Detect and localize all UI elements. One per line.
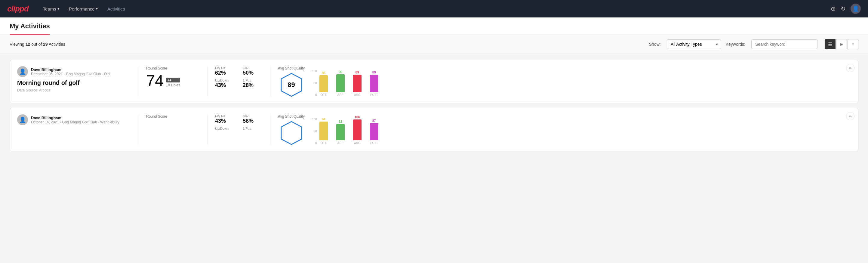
avatar: 👤 xyxy=(17,114,28,125)
user-name: Dave Billingham xyxy=(31,67,110,72)
score-meta: +4 18 Holes xyxy=(166,78,180,88)
bar-col: 106 ARG xyxy=(353,115,362,145)
stat-item: FW Hit 62% xyxy=(215,66,236,76)
hexagon-wrap: 89 xyxy=(278,73,305,97)
y-axis: 100500 xyxy=(312,69,317,96)
score-badge: +4 xyxy=(166,78,180,83)
card-left: 👤 Dave Billingham October 16, 2021 - Gog… xyxy=(17,114,131,145)
bar-col: 94 OTT xyxy=(319,117,328,145)
avatar-icon: 👤 xyxy=(19,68,26,75)
compact-view-button[interactable]: ≡ xyxy=(847,39,858,49)
stat-item: GIR 56% xyxy=(243,114,263,124)
stat-label: 1 Putt xyxy=(243,127,263,130)
quality-left: Avg Shot Quality xyxy=(278,114,305,145)
stat-item: FW Hit 43% xyxy=(215,114,236,124)
bar-value-label: 85 xyxy=(322,71,326,75)
bar xyxy=(370,123,378,140)
bar-value-label: 89 xyxy=(355,70,359,74)
stat-label: Up/Down xyxy=(215,79,236,82)
bar xyxy=(319,122,328,140)
score-section: Round Score xyxy=(146,114,200,145)
bar xyxy=(370,75,378,92)
quality-section: Avg Shot Quality 89 100500 85 xyxy=(278,66,851,97)
search-input[interactable] xyxy=(751,39,817,49)
stat-item: 1 Putt xyxy=(243,127,263,130)
y-axis: 100500 xyxy=(312,118,317,145)
bar-value-label: 94 xyxy=(322,117,326,121)
user-row: 👤 Dave Billingham October 16, 2021 - Gog… xyxy=(17,114,131,125)
list-view-button[interactable]: ☰ xyxy=(825,39,836,49)
refresh-icon[interactable]: ↻ xyxy=(841,5,846,12)
round-score-label: Round Score xyxy=(146,114,200,119)
y-label: 50 xyxy=(312,82,317,85)
divider xyxy=(208,114,208,145)
nav-teams[interactable]: Teams ▾ xyxy=(43,5,59,12)
bar-value-label: 82 xyxy=(339,120,342,123)
score-row: 74 +4 18 Holes xyxy=(146,73,200,88)
bar-chart: 94 OTT 82 APP 106 ARG 87 PUTT xyxy=(317,115,381,145)
bar-value-label: 87 xyxy=(372,119,376,122)
user-date: December 05, 2021 - Gog Magog Golf Club … xyxy=(31,72,110,76)
bar xyxy=(319,75,328,92)
stat-label: Up/Down xyxy=(215,127,236,130)
nav-right: ⊕ ↻ 👤 xyxy=(831,4,861,14)
show-label: Show: xyxy=(649,42,661,47)
user-info: Dave Billingham December 05, 2021 - Gog … xyxy=(31,67,110,76)
bar-category-label: OTT xyxy=(320,141,327,145)
add-icon[interactable]: ⊕ xyxy=(831,5,836,12)
divider xyxy=(208,66,208,97)
activity-title: Morning round of golf xyxy=(17,80,131,86)
card-left: 👤 Dave Billingham December 05, 2021 - Go… xyxy=(17,66,131,97)
hex-value: 89 xyxy=(287,81,295,89)
data-source: Data Source: Arccos xyxy=(17,88,131,92)
round-score-label: Round Score xyxy=(146,66,200,70)
page-title: My Activities xyxy=(10,22,50,35)
bar-chart-wrap: 100500 94 OTT 82 APP 106 ARG xyxy=(312,115,851,145)
stat-item: 1 Putt 28% xyxy=(243,79,263,88)
keywords-label: Keywords: xyxy=(726,42,745,47)
bar-value-label: 106 xyxy=(354,115,360,119)
cards-container: ✏ 👤 Dave Billingham December 05, 2021 - … xyxy=(0,54,868,157)
bar-chart: 85 OTT 90 APP 89 ARG 89 PUTT xyxy=(317,66,381,96)
bar xyxy=(353,75,362,92)
bar-value-label: 89 xyxy=(372,70,376,74)
stat-value: 62% xyxy=(215,70,236,76)
filter-bar: Viewing 12 out of 29 Activities Show: Al… xyxy=(0,35,868,54)
activity-type-select[interactable]: All Activity Types xyxy=(667,39,721,49)
avatar-icon: 👤 xyxy=(19,116,26,123)
bar-value-label: 90 xyxy=(339,70,342,74)
score-section: Round Score 74 +4 18 Holes xyxy=(146,66,200,97)
bar-col: 89 ARG xyxy=(353,70,362,96)
stat-item: Up/Down 43% xyxy=(215,79,236,88)
logo[interactable]: clippd xyxy=(7,4,29,13)
chevron-down-icon: ▾ xyxy=(96,7,98,11)
avatar: 👤 xyxy=(17,66,28,77)
bar-col: 82 APP xyxy=(336,120,345,145)
divider xyxy=(138,114,139,145)
avg-shot-quality-label: Avg Shot Quality xyxy=(278,66,305,70)
nav-performance[interactable]: Performance ▾ xyxy=(69,5,98,12)
activity-card: ✏ 👤 Dave Billingham December 05, 2021 - … xyxy=(10,60,858,103)
bar-category-label: OTT xyxy=(320,93,327,96)
stat-item: Up/Down xyxy=(215,127,236,130)
bar-col: 87 PUTT xyxy=(370,119,378,145)
page-header: My Activities xyxy=(0,18,868,35)
divider xyxy=(138,66,139,97)
grid-view-button[interactable]: ⊞ xyxy=(836,39,847,49)
edit-button[interactable]: ✏ xyxy=(846,112,855,120)
user-avatar-button[interactable]: 👤 xyxy=(850,4,861,14)
nav-activities[interactable]: Activities xyxy=(107,5,125,12)
bar-category-label: APP xyxy=(337,93,343,96)
stat-value: 56% xyxy=(243,118,263,124)
bar-category-label: ARG xyxy=(354,93,361,96)
divider xyxy=(270,114,271,145)
score-holes: 18 Holes xyxy=(166,83,180,87)
bar xyxy=(336,124,345,140)
svg-marker-1 xyxy=(281,122,302,144)
stats-section: FW Hit 62% GIR 50% Up/Down 43% 1 Putt 28… xyxy=(215,66,263,97)
activity-card: ✏ 👤 Dave Billingham October 16, 2021 - G… xyxy=(10,108,858,151)
user-info: Dave Billingham October 16, 2021 - Gog M… xyxy=(31,116,119,124)
stat-label: GIR xyxy=(243,66,263,70)
edit-button[interactable]: ✏ xyxy=(846,64,855,72)
divider xyxy=(270,66,271,97)
